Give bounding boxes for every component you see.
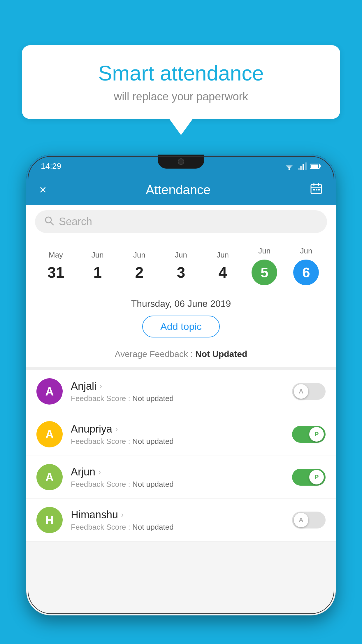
close-button[interactable]: × [39, 183, 47, 197]
chevron-icon: › [98, 467, 101, 477]
svg-rect-9 [319, 165, 321, 167]
feedback-value: Not updated [132, 480, 174, 489]
divider [26, 367, 336, 370]
student-info: Arjun›Feedback Score : Not updated [71, 466, 284, 489]
toggle-container: A [292, 383, 326, 400]
speech-bubble-tail [169, 119, 193, 135]
toggle-container: A [292, 512, 326, 528]
cal-date: 31 [48, 264, 64, 281]
app-bar: × Attendance [26, 174, 336, 205]
cal-date: 3 [177, 264, 185, 281]
speech-bubble-container: Smart attendance will replace your paper… [22, 45, 340, 135]
student-name: Himanshu› [71, 509, 284, 521]
signal-icon [298, 162, 307, 170]
svg-rect-15 [313, 189, 315, 190]
toggle-knob: P [309, 470, 324, 484]
svg-rect-17 [318, 189, 320, 190]
battery-icon [310, 163, 321, 169]
svg-rect-7 [305, 162, 307, 170]
wifi-icon [284, 162, 294, 170]
attendance-toggle[interactable]: A [292, 383, 326, 400]
toggle-container: P [292, 469, 326, 486]
cal-date: 1 [93, 264, 102, 281]
cal-month: May [49, 251, 63, 260]
svg-point-3 [289, 169, 290, 170]
calendar-day-31[interactable]: May31 [41, 251, 71, 281]
app-bar-title: Attendance [146, 183, 211, 197]
chevron-icon: › [99, 382, 102, 391]
student-feedback: Feedback Score : Not updated [71, 394, 284, 403]
calendar-day-2[interactable]: Jun2 [125, 251, 154, 281]
calendar-day-6[interactable]: Jun6 [291, 246, 321, 285]
student-avatar: A [36, 421, 63, 447]
selected-date-text: Thursday, 06 June 2019 [131, 298, 231, 309]
speech-bubble-subtitle: will replace your paperwork [39, 90, 323, 103]
calendar-day-5[interactable]: Jun5 [250, 246, 279, 285]
student-info: Himanshu›Feedback Score : Not updated [71, 509, 284, 532]
feedback-value: Not updated [132, 523, 174, 531]
search-bar-container: Search [26, 205, 336, 238]
svg-line-19 [50, 222, 53, 225]
cal-date: 4 [219, 264, 227, 281]
chevron-icon: › [121, 510, 124, 519]
search-bar[interactable]: Search [35, 210, 327, 233]
svg-rect-4 [298, 168, 300, 170]
avg-feedback-value: Not Updated [195, 349, 247, 359]
cal-date: 2 [135, 264, 143, 281]
add-topic-container: Add topic [26, 309, 336, 346]
add-topic-button[interactable]: Add topic [142, 316, 220, 337]
calendar-icon-button[interactable] [310, 182, 323, 198]
student-feedback: Feedback Score : Not updated [71, 480, 284, 489]
cal-month: Jun [133, 251, 145, 260]
screen-content: Search May31Jun1Jun2Jun3Jun4Jun5Jun6 Thu… [26, 205, 336, 615]
attendance-toggle[interactable]: A [292, 512, 326, 528]
calendar-strip: May31Jun1Jun2Jun3Jun4Jun5Jun6 [26, 238, 336, 291]
status-time: 14:29 [41, 162, 61, 171]
cal-date: 6 [293, 260, 319, 285]
cal-month: Jun [258, 246, 270, 256]
cal-month: Jun [217, 251, 229, 260]
student-avatar: H [36, 507, 63, 533]
chevron-icon: › [115, 424, 118, 434]
phone-camera [178, 158, 184, 165]
student-item[interactable]: HHimanshu›Feedback Score : Not updatedA [26, 499, 336, 542]
phone: 14:29 [26, 155, 336, 615]
svg-rect-16 [316, 189, 317, 190]
student-name: Anupriya› [71, 423, 284, 435]
student-feedback: Feedback Score : Not updated [71, 523, 284, 532]
student-item[interactable]: AAnupriya›Feedback Score : Not updatedP [26, 413, 336, 456]
date-info: Thursday, 06 June 2019 [26, 291, 336, 309]
toggle-knob: A [294, 513, 308, 527]
cal-month: Jun [92, 251, 104, 260]
avg-feedback-label: Average Feedback : [115, 349, 195, 359]
student-info: Anjali›Feedback Score : Not updated [71, 380, 284, 403]
calendar-day-1[interactable]: Jun1 [83, 251, 112, 281]
svg-rect-10 [311, 164, 318, 168]
student-item[interactable]: AAnjali›Feedback Score : Not updatedA [26, 370, 336, 413]
toggle-container: P [292, 426, 326, 443]
student-name: Arjun› [71, 466, 284, 478]
student-avatar: A [36, 464, 63, 490]
phone-container: 14:29 [26, 155, 336, 644]
speech-bubble-title: Smart attendance [39, 61, 323, 85]
calendar-day-3[interactable]: Jun3 [166, 251, 196, 281]
student-name: Anjali› [71, 380, 284, 392]
cal-month: Jun [175, 251, 187, 260]
student-avatar: A [36, 378, 63, 405]
cal-month: Jun [300, 246, 312, 256]
search-placeholder: Search [59, 216, 92, 228]
attendance-toggle[interactable]: P [292, 426, 326, 443]
student-feedback: Feedback Score : Not updated [71, 437, 284, 446]
student-item[interactable]: AArjun›Feedback Score : Not updatedP [26, 456, 336, 499]
avg-feedback: Average Feedback : Not Updated [26, 346, 336, 367]
attendance-toggle[interactable]: P [292, 469, 326, 486]
toggle-knob: P [309, 427, 324, 442]
phone-notch [158, 155, 204, 169]
speech-bubble: Smart attendance will replace your paper… [22, 45, 340, 119]
calendar-day-4[interactable]: Jun4 [208, 251, 237, 281]
student-info: Anupriya›Feedback Score : Not updated [71, 423, 284, 446]
toggle-knob: A [294, 384, 308, 399]
status-icons [284, 162, 321, 170]
feedback-value: Not updated [132, 437, 174, 446]
cal-date: 5 [252, 260, 277, 285]
